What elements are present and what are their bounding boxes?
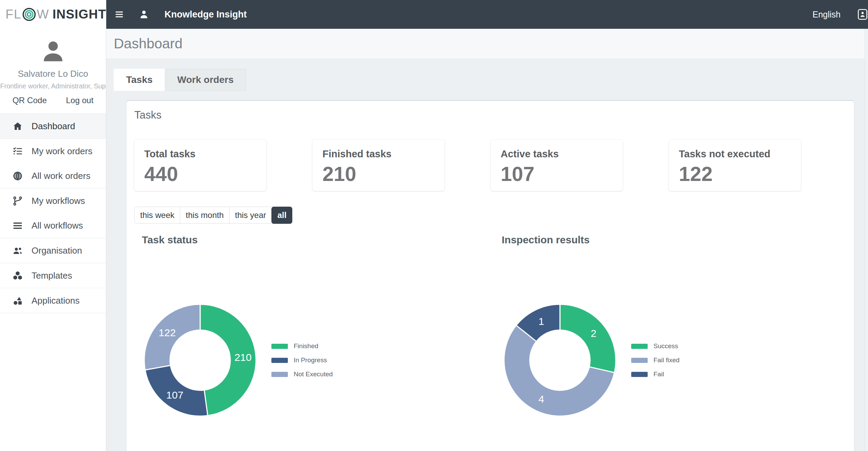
stat-value: 122 bbox=[679, 162, 801, 186]
sidebar-item-label: All work orders bbox=[32, 171, 90, 181]
sidebar-item-label: Organisation bbox=[32, 245, 82, 256]
donut-value-label: 107 bbox=[166, 389, 183, 401]
legend-label: Not Executed bbox=[294, 370, 333, 378]
sidebar-item-templates[interactable]: Templates bbox=[0, 263, 106, 288]
sidebar: Salvatore Lo Dico Frontline worker, Admi… bbox=[0, 29, 106, 451]
legend-swatch-icon bbox=[271, 358, 288, 363]
sidebar-item-applications[interactable]: Applications bbox=[0, 288, 106, 313]
lines-icon bbox=[12, 220, 23, 231]
person-icon bbox=[138, 16, 149, 21]
sidebar-menu: DashboardMy work ordersAll work ordersMy… bbox=[0, 113, 106, 313]
donut-value-label: 2 bbox=[591, 328, 597, 339]
topbar-right: English bbox=[812, 8, 868, 21]
stat-label: Active tasks bbox=[501, 148, 623, 160]
page-header: Dashboard bbox=[106, 29, 868, 59]
legend-label: In Progress bbox=[294, 356, 327, 364]
sidebar-item-label: My work orders bbox=[32, 146, 93, 157]
menu-toggle-button[interactable] bbox=[114, 10, 124, 19]
sidebar-item-all-work-orders[interactable]: All work orders bbox=[0, 163, 106, 188]
charts-row: Task status210107122FinishedIn ProgressN… bbox=[134, 234, 854, 418]
logo-text-bold: INSIGHT bbox=[52, 7, 106, 22]
legend-swatch-icon bbox=[271, 372, 288, 377]
sidebar-item-my-workflows[interactable]: My workflows bbox=[0, 188, 106, 213]
donut-value-label: 210 bbox=[234, 352, 252, 363]
main-area: Dashboard TasksWork orders Tasks Total t… bbox=[106, 29, 868, 451]
account-button[interactable] bbox=[138, 9, 149, 20]
page-title: Dashboard bbox=[114, 36, 183, 52]
sidebar-item-label: Dashboard bbox=[32, 121, 75, 132]
sidebar-item-all-workflows[interactable]: All workflows bbox=[0, 213, 106, 238]
app-window: FL W INSIGHT bbox=[0, 0, 868, 451]
legend-swatch-icon bbox=[631, 344, 648, 349]
language-selector[interactable]: English bbox=[812, 10, 841, 20]
time-filter-group: this weekthis monththis yearall bbox=[134, 207, 292, 224]
branch-icon bbox=[12, 196, 23, 206]
filter-this-week[interactable]: this week bbox=[135, 207, 180, 223]
stat-card-tasks-not-executed: Tasks not executed122 bbox=[669, 140, 801, 191]
panel-title: Tasks bbox=[134, 109, 854, 121]
legend-item-success[interactable]: Success bbox=[631, 342, 680, 350]
stat-label: Tasks not executed bbox=[679, 148, 801, 160]
sidebar-item-organisation[interactable]: Organisation bbox=[0, 238, 106, 263]
app-logo: FL W INSIGHT bbox=[5, 7, 106, 22]
sidebar-item-label: My workflows bbox=[32, 196, 85, 206]
stat-card-active-tasks: Active tasks107 bbox=[491, 140, 623, 191]
avatar-icon bbox=[39, 38, 67, 65]
legend-swatch-icon bbox=[631, 372, 648, 377]
sidebar-item-dashboard[interactable]: Dashboard bbox=[0, 114, 106, 139]
chart-legend: FinishedIn ProgressNot Executed bbox=[271, 342, 333, 378]
scrollbar-track[interactable] bbox=[865, 29, 868, 451]
donut-value-label: 4 bbox=[538, 393, 544, 405]
chart-title: Task status bbox=[142, 234, 494, 246]
chart-title: Inspection results bbox=[502, 234, 854, 246]
chart-body: 210107122FinishedIn ProgressNot Executed bbox=[142, 302, 494, 418]
filter-all[interactable]: all bbox=[271, 207, 292, 224]
legend-label: Finished bbox=[294, 342, 318, 350]
stats-row: Total tasks440Finished tasks210Active ta… bbox=[134, 140, 854, 191]
legend-item-fail-fixed[interactable]: Fail fixed bbox=[631, 356, 680, 364]
task-status-donut: 210107122 bbox=[142, 302, 258, 418]
legend-item-in-progress[interactable]: In Progress bbox=[271, 356, 333, 364]
legend-item-finished[interactable]: Finished bbox=[271, 342, 333, 350]
user-links: QR Code Log out bbox=[0, 96, 106, 113]
logo-text-thin: FL bbox=[5, 7, 22, 22]
legend-label: Fail fixed bbox=[653, 356, 680, 364]
hamburger-icon bbox=[114, 15, 124, 20]
tab-tasks[interactable]: Tasks bbox=[114, 69, 165, 91]
chart-body: 241SuccessFail fixedFail bbox=[502, 302, 854, 418]
filter-this-month[interactable]: this month bbox=[180, 207, 229, 223]
contact-card-icon bbox=[856, 16, 868, 22]
stat-label: Total tasks bbox=[144, 148, 266, 160]
contact-card-button[interactable] bbox=[856, 8, 868, 21]
chart-legend: SuccessFail fixedFail bbox=[631, 342, 680, 378]
sidebar-item-label: Templates bbox=[32, 270, 72, 281]
donut-value-label: 122 bbox=[159, 327, 176, 338]
logo-area: FL W INSIGHT bbox=[0, 0, 106, 29]
legend-swatch-icon bbox=[271, 344, 288, 349]
logo-text-thin-2: W bbox=[37, 7, 49, 22]
checklist-icon bbox=[12, 146, 23, 157]
legend-swatch-icon bbox=[631, 358, 648, 363]
log-out-link[interactable]: Log out bbox=[66, 96, 93, 105]
legend-label: Fail bbox=[653, 370, 664, 378]
legend-label: Success bbox=[653, 342, 678, 350]
stat-value: 440 bbox=[144, 162, 266, 186]
shapes-icon bbox=[12, 295, 23, 306]
qr-code-link[interactable]: QR Code bbox=[12, 96, 47, 105]
tab-bar: TasksWork orders bbox=[114, 69, 868, 91]
donut-segment-success bbox=[560, 304, 616, 373]
tab-work-orders[interactable]: Work orders bbox=[165, 69, 246, 91]
filter-this-year[interactable]: this year bbox=[229, 207, 272, 223]
donut-value-label: 1 bbox=[538, 316, 544, 327]
stat-card-finished-tasks: Finished tasks210 bbox=[313, 140, 444, 191]
home-icon bbox=[12, 121, 23, 132]
inspection-results-donut: 241 bbox=[502, 302, 618, 418]
legend-item-not-executed[interactable]: Not Executed bbox=[271, 370, 333, 378]
sidebar-item-my-work-orders[interactable]: My work orders bbox=[0, 139, 106, 163]
legend-item-fail[interactable]: Fail bbox=[631, 370, 680, 378]
tasks-panel: Tasks Total tasks440Finished tasks210Act… bbox=[126, 100, 854, 451]
sidebar-item-label: Applications bbox=[32, 295, 80, 306]
stat-label: Finished tasks bbox=[322, 148, 444, 160]
app-title: Knowledge Insight bbox=[164, 9, 247, 20]
user-role: Frontline worker, Administrator, Sup bbox=[0, 82, 106, 90]
